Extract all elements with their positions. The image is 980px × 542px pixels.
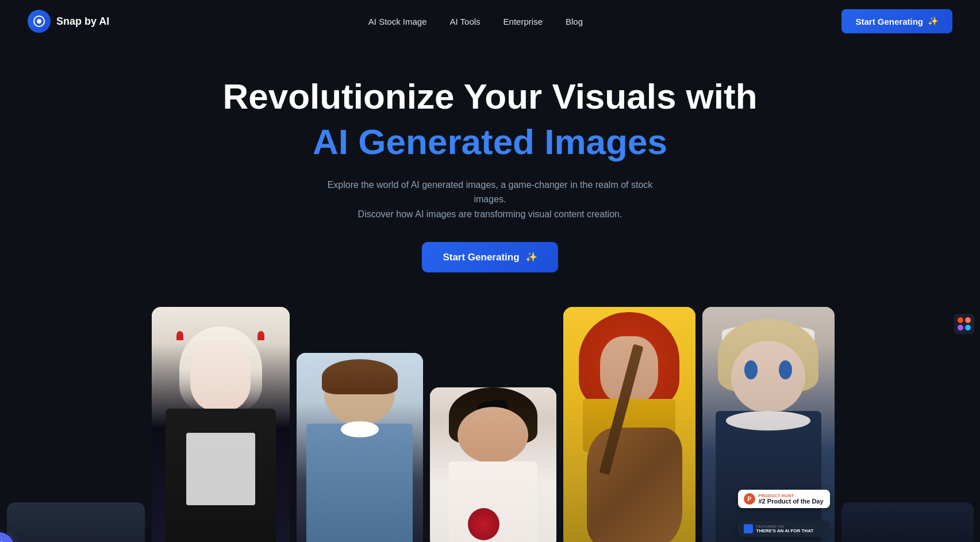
- hero-cta-label: Start Generating: [443, 252, 519, 263]
- ph-label: PRODUCT HUNT: [759, 494, 824, 498]
- partial-card-bottom-left: [7, 502, 145, 542]
- hero-cta-wand-icon: ✨: [525, 251, 537, 263]
- image-card-girl-rose: [430, 387, 556, 542]
- hero-subtitle: Explore the world of AI generated images…: [318, 178, 663, 222]
- product-hunt-badge[interactable]: P PRODUCT HUNT #2 Product of the Day: [738, 490, 830, 508]
- business-man-image: [297, 353, 423, 542]
- logo[interactable]: Snap by AI: [28, 10, 109, 33]
- ph-rank: #2 Product of the Day: [759, 498, 824, 505]
- ai-badge-text: THERE'S AN AI FOR THAT: [756, 528, 814, 533]
- nav-link-ai-stock[interactable]: AI Stock Image: [368, 17, 427, 26]
- image-card-red-hair-guitar: [563, 307, 695, 542]
- ph-icon-letter: P: [747, 496, 751, 502]
- image-gallery: P PRODUCT HUNT #2 Product of the Day FEA…: [0, 307, 980, 542]
- hero-title-line2: AI Generated Images: [11, 121, 969, 163]
- hero-section: Revolutionize Your Visuals with AI Gener…: [0, 43, 980, 307]
- hero-start-generating-button[interactable]: Start Generating ✨: [422, 242, 558, 272]
- nav-links: AI Stock Image AI Tools Enterprise Blog: [368, 17, 583, 26]
- logo-icon: [28, 10, 51, 33]
- navbar: Snap by AI AI Stock Image AI Tools Enter…: [0, 0, 980, 43]
- hero-subtitle-line1: Explore the world of AI generated images…: [328, 180, 653, 205]
- ai-badge-text-group: FEATURED ON THERE'S AN AI FOR THAT: [756, 525, 814, 533]
- nav-cta-wand-icon: ✨: [928, 16, 939, 26]
- anime-girl-image: [152, 307, 290, 542]
- red-hair-image: [563, 307, 695, 542]
- hero-title-line1: Revolutionize Your Visuals with: [11, 77, 969, 116]
- image-card-little-girl: P PRODUCT HUNT #2 Product of the Day FEA…: [702, 307, 835, 542]
- nav-link-enterprise[interactable]: Enterprise: [504, 17, 543, 26]
- nav-cta-label: Start Generating: [855, 17, 923, 26]
- image-card-anime-girl: [152, 307, 290, 542]
- ai-badge-icon: [744, 524, 753, 533]
- nav-link-ai-tools[interactable]: AI Tools: [450, 17, 481, 26]
- product-hunt-icon: P: [744, 493, 755, 505]
- ph-text-group: PRODUCT HUNT #2 Product of the Day: [759, 494, 824, 505]
- nav-start-generating-button[interactable]: Start Generating ✨: [841, 9, 952, 33]
- girl-rose-image: [430, 387, 556, 542]
- hero-subtitle-line2: Discover how AI images are transforming …: [358, 209, 622, 219]
- partial-card-bottom-right: [841, 502, 974, 542]
- ai-for-that-badge[interactable]: FEATURED ON THERE'S AN AI FOR THAT: [738, 521, 830, 537]
- image-card-business-man: [297, 353, 423, 542]
- nav-link-blog[interactable]: Blog: [566, 17, 583, 26]
- svg-point-1: [37, 19, 41, 24]
- logo-text: Snap by AI: [56, 16, 109, 28]
